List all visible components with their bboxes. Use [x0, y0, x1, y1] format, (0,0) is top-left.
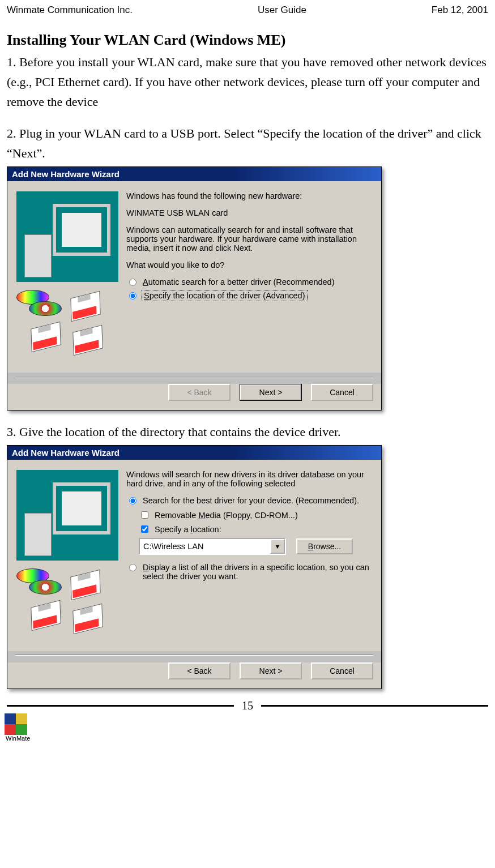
check-location-input[interactable] — [141, 525, 148, 533]
paragraph-3: 3. Give the location of the directory th… — [7, 422, 488, 442]
dlg2-radio-search[interactable]: Search for the best driver for your devi… — [126, 496, 372, 505]
paragraph-2: 2. Plug in your WLAN card to a USB port.… — [7, 123, 488, 163]
location-path: C:\Wireless LAN — [143, 542, 203, 551]
header-doc: User Guide — [258, 5, 306, 16]
dlg2-check-location[interactable]: Specify a location: — [139, 524, 372, 535]
radio-search-label: Search for the best driver for your devi… — [143, 496, 359, 505]
check-removable-label: Removable Media (Floppy, CD-ROM...) — [155, 511, 298, 520]
dlg1-radio-auto[interactable]: Automatic search for a better driver (Re… — [126, 277, 372, 287]
chevron-down-icon[interactable]: ▼ — [270, 539, 285, 554]
header-date: Feb 12, 2001 — [432, 5, 488, 16]
section-title: Installing Your WLAN Card (Windows ME) — [7, 32, 488, 49]
wizard-dialog-1: Add New Hardware Wizard Windows has foun… — [7, 166, 382, 411]
dlg1-question: What would you like to do? — [126, 260, 372, 270]
radio-auto-label: Automatic search for a better driver (Re… — [143, 277, 334, 287]
dialog1-titlebar: Add New Hardware Wizard — [7, 167, 381, 181]
dlg2-intro-text: Windows will search for new drivers in i… — [126, 470, 372, 488]
paragraph-1: 1. Before you install your WLAN card, ma… — [7, 52, 488, 112]
location-combobox[interactable]: C:\Wireless LAN ▼ — [139, 538, 286, 555]
dlg1-cancel-button[interactable]: Cancel — [311, 384, 373, 401]
radio-auto-input[interactable] — [129, 279, 136, 286]
footer-logo — [0, 713, 495, 735]
dialog2-titlebar: Add New Hardware Wizard — [7, 446, 381, 460]
dlg2-check-removable[interactable]: Removable Media (Floppy, CD-ROM...) — [139, 510, 372, 520]
header-company: Winmate Communication Inc. — [7, 5, 133, 16]
radio-specify-label: Specify the location of the driver (Adva… — [143, 291, 306, 300]
radio-display-label: Display a list of all the drivers in a s… — [143, 563, 372, 581]
radio-display-input[interactable] — [129, 564, 136, 571]
check-removable-input[interactable] — [141, 511, 148, 519]
wizard-illustration-2 — [16, 470, 118, 645]
check-location-label: Specify a location: — [155, 525, 221, 534]
dlg2-radio-display[interactable]: Display a list of all the drivers in a s… — [126, 563, 372, 581]
dlg1-found-text: Windows has found the following new hard… — [126, 191, 372, 200]
wizard-dialog-2: Add New Hardware Wizard Windows will sea… — [7, 445, 382, 689]
page-number: 15 — [234, 699, 261, 712]
dlg1-back-button[interactable]: < Back — [168, 384, 231, 401]
dlg2-next-button[interactable]: Next > — [240, 662, 302, 679]
browse-button[interactable]: Browse... — [296, 538, 353, 554]
page-number-row: 15 — [7, 699, 488, 712]
wizard-illustration — [16, 191, 118, 367]
radio-specify-input[interactable] — [129, 292, 136, 300]
dlg2-back-button[interactable]: < Back — [168, 662, 231, 679]
dlg1-info-text: Windows can automatically search for and… — [126, 225, 372, 253]
winmate-logo-icon — [5, 713, 27, 735]
dlg1-next-button[interactable]: Next > — [240, 384, 302, 401]
radio-search-input[interactable] — [129, 497, 136, 504]
dlg2-cancel-button[interactable]: Cancel — [311, 662, 373, 679]
dlg1-radio-specify[interactable]: Specify the location of the driver (Adva… — [126, 291, 372, 300]
dlg1-device-name: WINMATE USB WLAN card — [126, 208, 372, 217]
page-header: Winmate Communication Inc. User Guide Fe… — [7, 5, 488, 16]
logo-text: WinMate — [1, 735, 495, 742]
